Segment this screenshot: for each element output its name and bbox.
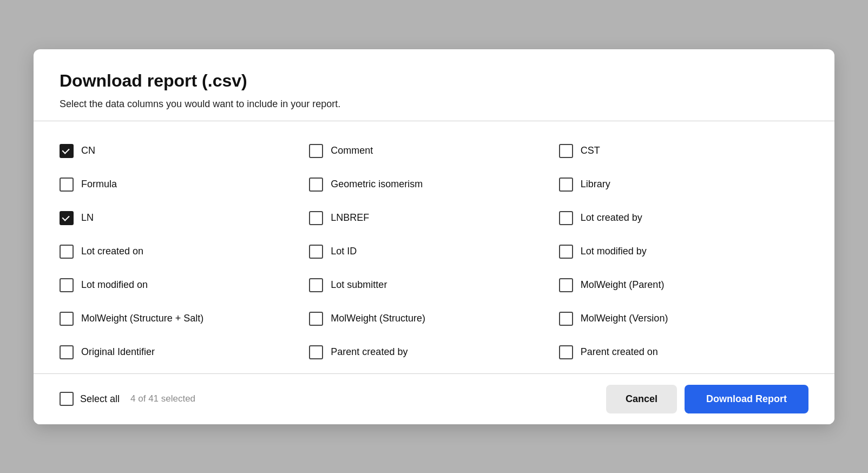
checkbox-item-cst[interactable]: CST (559, 134, 808, 168)
checkbox-box-parent_created_by[interactable] (309, 345, 323, 359)
checkbox-item-formula[interactable]: Formula (60, 168, 309, 201)
checkbox-box-lot_created_by[interactable] (559, 211, 573, 225)
checkbox-item-lot_submitter[interactable]: Lot submitter (309, 268, 558, 302)
checkbox-label-library: Library (581, 179, 610, 190)
checkbox-box-molweight_version[interactable] (559, 312, 573, 326)
checkbox-label-lot_created_on: Lot created on (81, 246, 143, 257)
checkbox-label-lot_id: Lot ID (331, 246, 357, 257)
checkbox-item-library[interactable]: Library (559, 168, 808, 201)
checkbox-label-molweight_structure_salt: MolWeight (Structure + Salt) (81, 313, 203, 324)
checkbox-box-cn[interactable] (60, 144, 74, 158)
checkbox-label-molweight_parent: MolWeight (Parent) (581, 279, 665, 291)
checkbox-box-cst[interactable] (559, 144, 573, 158)
checkbox-label-formula: Formula (81, 179, 117, 190)
checkbox-item-molweight_version[interactable]: MolWeight (Version) (559, 302, 808, 336)
checkbox-item-lnbref[interactable]: LNBREF (309, 201, 558, 235)
checkbox-label-cst: CST (581, 145, 600, 156)
select-all-label: Select all (80, 393, 120, 405)
modal-title: Download report (.csv) (60, 71, 808, 91)
checkbox-label-lot_modified_by: Lot modified by (581, 246, 647, 257)
checkbox-item-parent_created_on[interactable]: Parent created on (559, 336, 808, 369)
checkbox-label-geometric_isomerism: Geometric isomerism (331, 179, 423, 190)
selected-count: 4 of 41 selected (130, 393, 195, 404)
checkbox-item-comment[interactable]: Comment (309, 134, 558, 168)
modal-header: Download report (.csv) Select the data c… (34, 49, 834, 121)
checkbox-box-comment[interactable] (309, 144, 323, 158)
checkbox-label-lot_created_by: Lot created by (581, 212, 642, 224)
checkbox-label-cn: CN (81, 145, 95, 156)
checkbox-box-lot_created_on[interactable] (60, 245, 74, 259)
select-all-checkbox[interactable]: Select all (60, 392, 120, 406)
checkbox-item-original_identifier[interactable]: Original Identifier (60, 336, 309, 369)
checkbox-grid: CNCommentCSTFormulaGeometric isomerismLi… (60, 134, 808, 369)
checkbox-box-molweight_structure_salt[interactable] (60, 312, 74, 326)
checkbox-box-original_identifier[interactable] (60, 345, 74, 359)
checkbox-item-parent_created_by[interactable]: Parent created by (309, 336, 558, 369)
checkbox-item-molweight_structure_salt[interactable]: MolWeight (Structure + Salt) (60, 302, 309, 336)
checkbox-label-molweight_structure: MolWeight (Structure) (331, 313, 425, 324)
checkbox-label-ln: LN (81, 212, 94, 224)
checkbox-label-parent_created_on: Parent created on (581, 346, 658, 358)
checkbox-box-molweight_parent[interactable] (559, 278, 573, 292)
checkbox-item-molweight_structure[interactable]: MolWeight (Structure) (309, 302, 558, 336)
checkbox-item-geometric_isomerism[interactable]: Geometric isomerism (309, 168, 558, 201)
checkbox-item-ln[interactable]: LN (60, 201, 309, 235)
download-report-button[interactable]: Download Report (685, 385, 808, 413)
modal-dialog: Download report (.csv) Select the data c… (34, 49, 834, 424)
checkbox-box-library[interactable] (559, 178, 573, 192)
modal-body: CNCommentCSTFormulaGeometric isomerismLi… (34, 121, 834, 373)
checkbox-box-lot_modified_by[interactable] (559, 245, 573, 259)
checkbox-label-lot_modified_on: Lot modified on (81, 279, 148, 291)
checkbox-box-parent_created_on[interactable] (559, 345, 573, 359)
checkbox-box-lot_modified_on[interactable] (60, 278, 74, 292)
checkbox-box-geometric_isomerism[interactable] (309, 178, 323, 192)
checkbox-item-lot_modified_on[interactable]: Lot modified on (60, 268, 309, 302)
checkbox-box-lot_id[interactable] (309, 245, 323, 259)
checkbox-label-comment: Comment (331, 145, 373, 156)
checkbox-item-lot_id[interactable]: Lot ID (309, 235, 558, 268)
checkbox-item-cn[interactable]: CN (60, 134, 309, 168)
checkbox-label-lot_submitter: Lot submitter (331, 279, 387, 291)
checkbox-label-molweight_version: MolWeight (Version) (581, 313, 668, 324)
footer-left: Select all 4 of 41 selected (60, 392, 606, 406)
cancel-button[interactable]: Cancel (606, 385, 677, 413)
checkbox-item-lot_created_on[interactable]: Lot created on (60, 235, 309, 268)
select-all-checkbox-box[interactable] (60, 392, 74, 406)
checkbox-item-lot_modified_by[interactable]: Lot modified by (559, 235, 808, 268)
modal-overlay: Download report (.csv) Select the data c… (0, 0, 868, 473)
checkbox-box-molweight_structure[interactable] (309, 312, 323, 326)
checkbox-item-lot_created_by[interactable]: Lot created by (559, 201, 808, 235)
checkbox-label-original_identifier: Original Identifier (81, 346, 155, 358)
checkbox-label-lnbref: LNBREF (331, 212, 369, 224)
checkbox-box-lot_submitter[interactable] (309, 278, 323, 292)
checkbox-box-lnbref[interactable] (309, 211, 323, 225)
checkbox-item-molweight_parent[interactable]: MolWeight (Parent) (559, 268, 808, 302)
footer-right: Cancel Download Report (606, 385, 808, 413)
checkbox-label-parent_created_by: Parent created by (331, 346, 407, 358)
checkbox-box-ln[interactable] (60, 211, 74, 225)
modal-footer: Select all 4 of 41 selected Cancel Downl… (34, 373, 834, 424)
modal-subtitle: Select the data columns you would want t… (60, 98, 808, 110)
checkbox-box-formula[interactable] (60, 178, 74, 192)
